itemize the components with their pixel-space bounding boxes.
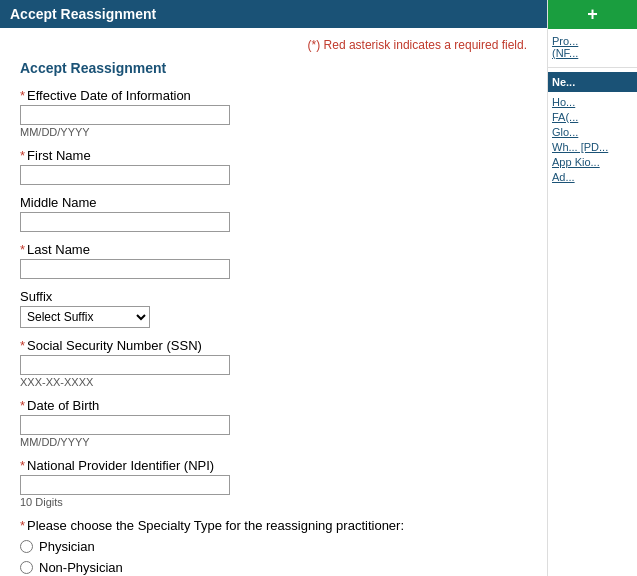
sidebar-news-link-4[interactable]: Wh... [PD... (552, 141, 633, 153)
required-star-npi: * (20, 458, 25, 473)
sidebar-news-link-1[interactable]: Ho... (552, 96, 633, 108)
last-name-group: *Last Name (20, 242, 527, 279)
required-star: * (20, 88, 25, 103)
non-physician-radio-item: Non-Physician (20, 560, 527, 575)
non-physician-radio[interactable] (20, 561, 33, 574)
npi-label: *National Provider Identifier (NPI) (20, 458, 527, 473)
physician-radio[interactable] (20, 540, 33, 553)
npi-hint: 10 Digits (20, 496, 527, 508)
sidebar-link-pro[interactable]: Pro...(NF... (552, 35, 633, 59)
section-title: Accept Reassignment (20, 60, 527, 76)
ssn-group: *Social Security Number (SSN) XXX-XX-XXX… (20, 338, 527, 388)
required-star-dob: * (20, 398, 25, 413)
suffix-label: Suffix (20, 289, 527, 304)
required-star-first: * (20, 148, 25, 163)
suffix-group: Suffix Select Suffix Jr. Sr. II III IV (20, 289, 527, 328)
npi-group: *National Provider Identifier (NPI) 10 D… (20, 458, 527, 508)
page-header: Accept Reassignment (0, 0, 547, 28)
dob-hint: MM/DD/YYYY (20, 436, 527, 448)
effective-date-group: *Effective Date of Information MM/DD/YYY… (20, 88, 527, 138)
ssn-hint: XXX-XX-XXXX (20, 376, 527, 388)
sidebar-news-link-6[interactable]: Ad... (552, 171, 633, 183)
middle-name-label: Middle Name (20, 195, 527, 210)
page-title: Accept Reassignment (10, 6, 156, 22)
required-star-ssn: * (20, 338, 25, 353)
first-name-input[interactable] (20, 165, 230, 185)
npi-input[interactable] (20, 475, 230, 495)
required-note: (*) Red asterisk indicates a required fi… (20, 38, 527, 52)
sidebar-news-link-3[interactable]: Glo... (552, 126, 633, 138)
right-sidebar: + Pro...(NF... Ne... Ho... FA(... Glo...… (547, 0, 637, 576)
dob-label: *Date of Birth (20, 398, 527, 413)
dob-input[interactable] (20, 415, 230, 435)
effective-date-input[interactable] (20, 105, 230, 125)
non-physician-label: Non-Physician (39, 560, 123, 575)
effective-date-hint: MM/DD/YYYY (20, 126, 527, 138)
last-name-input[interactable] (20, 259, 230, 279)
dob-group: *Date of Birth MM/DD/YYYY (20, 398, 527, 448)
physician-radio-item: Physician (20, 539, 527, 554)
form-area: (*) Red asterisk indicates a required fi… (0, 28, 547, 576)
effective-date-label: *Effective Date of Information (20, 88, 527, 103)
first-name-group: *First Name (20, 148, 527, 185)
sidebar-add-button[interactable]: + (548, 0, 637, 29)
physician-label: Physician (39, 539, 95, 554)
suffix-select[interactable]: Select Suffix Jr. Sr. II III IV (20, 306, 150, 328)
sidebar-news-links: Ho... FA(... Glo... Wh... [PD... App Kio… (548, 92, 637, 190)
required-star-specialty: * (20, 518, 25, 533)
ssn-input[interactable] (20, 355, 230, 375)
sidebar-news-link-2[interactable]: FA(... (552, 111, 633, 123)
first-name-label: *First Name (20, 148, 527, 163)
specialty-radio-group: Physician Non-Physician (20, 539, 527, 575)
middle-name-group: Middle Name (20, 195, 527, 232)
sidebar-section-1: Pro...(NF... (548, 29, 637, 68)
ssn-label: *Social Security Number (SSN) (20, 338, 527, 353)
specialty-question: *Please choose the Specialty Type for th… (20, 518, 527, 533)
specialty-group: *Please choose the Specialty Type for th… (20, 518, 527, 575)
middle-name-input[interactable] (20, 212, 230, 232)
sidebar-news-link-5[interactable]: App Kio... (552, 156, 633, 168)
sidebar-news-bar: Ne... (548, 72, 637, 92)
required-star-last: * (20, 242, 25, 257)
last-name-label: *Last Name (20, 242, 527, 257)
